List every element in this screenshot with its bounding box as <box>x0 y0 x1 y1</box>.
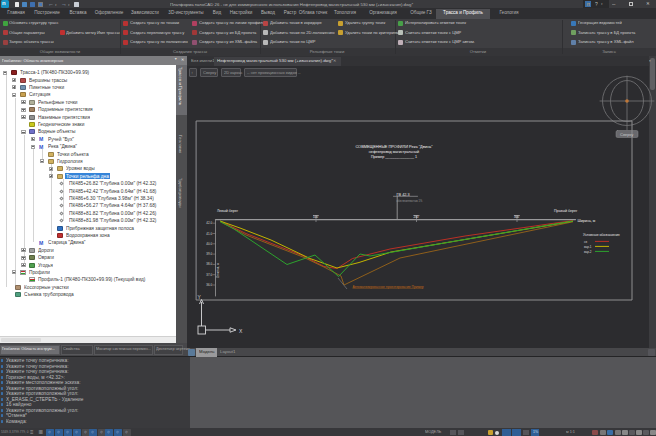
svg-text:Отметка, м: Отметка, м <box>216 263 220 278</box>
svg-text:Сверху: Сверху <box>620 132 633 137</box>
svg-text:ГВ 42.3: ГВ 42.3 <box>397 193 410 197</box>
svg-text:100: 100 <box>313 215 318 219</box>
svg-text:41.0: 41.0 <box>206 232 212 236</box>
svg-text:Y: Y <box>198 294 202 300</box>
svg-text:Автоматизированное проектирова: Автоматизированное проектирование Пример <box>353 285 424 289</box>
svg-text:40.0: 40.0 <box>206 242 212 246</box>
svg-text:X: X <box>239 328 243 334</box>
svg-text:Левый берег: Левый берег <box>217 209 239 213</box>
svg-text:300: 300 <box>514 215 519 219</box>
svg-text:39.0: 39.0 <box>206 252 212 256</box>
svg-text:Правый берег: Правый берег <box>554 209 578 213</box>
svg-text:Ширина, м: Ширина, м <box>578 219 596 223</box>
svg-text:вар.2: вар.2 <box>584 250 592 254</box>
svg-text:Условные обозначения: Условные обозначения <box>583 233 620 237</box>
svg-text:СОВМЕЩЕННЫЕ ПРОФИЛИ Река "Двин: СОВМЕЩЕННЫЕ ПРОФИЛИ Река "Двина" <box>355 144 433 149</box>
svg-text:42.0: 42.0 <box>206 221 212 225</box>
svg-text:37.0: 37.0 <box>206 273 212 277</box>
svg-text:200: 200 <box>414 215 419 219</box>
svg-text:св: св <box>584 240 588 244</box>
svg-text:Пример ______________ 1: Пример ______________ 1 <box>371 155 417 159</box>
svg-text:36.0: 36.0 <box>206 283 212 287</box>
svg-text:обеспеченностью 1%: обеспеченностью 1% <box>397 199 423 203</box>
svg-text:вар.1: вар.1 <box>584 245 592 249</box>
svg-text:38.0: 38.0 <box>206 262 212 266</box>
